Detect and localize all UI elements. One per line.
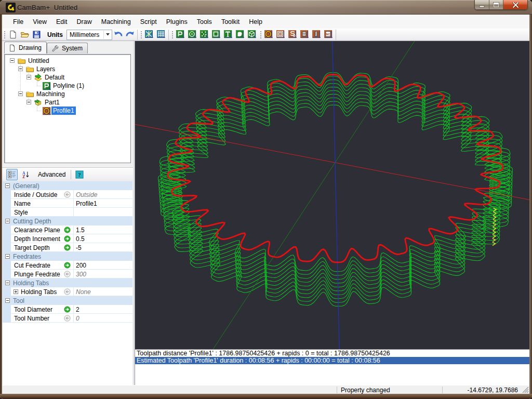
- value-set-icon[interactable]: [64, 235, 71, 242]
- log-line-2[interactable]: Estimated Toolpath 'Profile1' duration :…: [135, 357, 529, 364]
- show-axes-icon[interactable]: [144, 30, 154, 39]
- menu-edit[interactable]: Edit: [51, 16, 72, 28]
- drill-mop-icon[interactable]: [300, 30, 310, 39]
- value-set-icon[interactable]: [64, 262, 71, 269]
- pocket-mop-icon[interactable]: [276, 30, 286, 39]
- show-grid-icon[interactable]: [156, 30, 166, 39]
- prop-row-style[interactable]: Style: [3, 208, 132, 217]
- profile-mop-icon[interactable]: [264, 30, 274, 39]
- units-dropdown-arrow[interactable]: [103, 31, 111, 39]
- tree-expander[interactable]: [18, 91, 23, 96]
- redo-icon[interactable]: [124, 29, 136, 41]
- menu-view[interactable]: View: [28, 16, 51, 28]
- prop-category-cutting-depth[interactable]: Cutting Depth: [3, 217, 132, 225]
- menu-tools[interactable]: Tools: [192, 16, 217, 28]
- tree-item-label[interactable]: Part1: [43, 98, 61, 107]
- draw-polyline-icon[interactable]: [176, 30, 185, 39]
- open-file-icon[interactable]: [19, 29, 31, 41]
- close-button[interactable]: [503, 0, 527, 9]
- prop-value[interactable]: 0: [76, 315, 79, 322]
- menu-script[interactable]: Script: [136, 16, 162, 28]
- gcode-icon[interactable]: NC: [324, 30, 334, 39]
- tree-expander[interactable]: [10, 58, 15, 63]
- tab-system[interactable]: System: [47, 43, 88, 54]
- prop-row-tool-number[interactable]: Tool Number 0: [3, 314, 132, 323]
- prop-row-depth-increment[interactable]: Depth Increment 0.5: [3, 234, 132, 243]
- tree-item-label[interactable]: Layers: [35, 65, 57, 73]
- draw-text-icon[interactable]: [223, 30, 233, 39]
- menu-plugins[interactable]: Plugins: [162, 16, 192, 28]
- help-icon[interactable]: ?: [75, 170, 84, 179]
- tree-expander[interactable]: [26, 100, 31, 104]
- prop-value[interactable]: Outside: [76, 191, 97, 198]
- title-bar[interactable]: [0, 0, 532, 15]
- engrave-mop-icon[interactable]: [288, 30, 298, 39]
- prop-value[interactable]: 300: [76, 271, 86, 278]
- category-expander[interactable]: [5, 219, 10, 223]
- tree-item-label[interactable]: Machining: [35, 90, 66, 98]
- prop-row-clearance-plane[interactable]: Clearance Plane 1.5: [3, 225, 132, 234]
- units-combobox[interactable]: Millimeters: [66, 30, 112, 40]
- prop-row-inside-outside[interactable]: Inside / Outside Outside: [3, 190, 132, 199]
- resize-grip[interactable]: [522, 387, 529, 393]
- menu-draw[interactable]: Draw: [72, 16, 97, 28]
- toolbar-grip[interactable]: [171, 31, 174, 39]
- undo-icon[interactable]: [112, 29, 124, 41]
- draw-region-icon[interactable]: [235, 30, 245, 39]
- prop-row-name[interactable]: Name Profile1: [3, 199, 132, 208]
- tree-item-label[interactable]: Polyline (1): [51, 82, 86, 90]
- value-set-icon[interactable]: [64, 244, 71, 251]
- prop-value[interactable]: Profile1: [76, 200, 97, 207]
- menu-machining[interactable]: Machining: [97, 16, 136, 28]
- minimize-button[interactable]: [475, 0, 489, 9]
- prop-row-tool-diameter[interactable]: Tool Diameter 2: [3, 305, 132, 314]
- value-default-icon[interactable]: [64, 288, 71, 295]
- toolbar-grip[interactable]: [3, 31, 6, 39]
- save-file-icon[interactable]: [31, 29, 43, 41]
- prop-value[interactable]: None: [76, 288, 91, 296]
- prop-row-cut-feedrate[interactable]: Cut Feedrate 200: [3, 261, 132, 270]
- prop-value[interactable]: 0.5: [76, 235, 85, 243]
- tab-drawing[interactable]: Drawing: [4, 42, 47, 54]
- profile3d-mop-icon[interactable]: [312, 30, 322, 39]
- tree-expander[interactable]: [26, 75, 31, 79]
- prop-category-tool[interactable]: Tool: [3, 296, 132, 305]
- category-expander[interactable]: [5, 183, 10, 188]
- menu-help[interactable]: Help: [244, 16, 267, 28]
- advanced-button[interactable]: Advanced: [38, 171, 65, 178]
- categorized-icon[interactable]: [6, 169, 18, 180]
- prop-category-holding-tabs[interactable]: Holding Tabs: [3, 278, 132, 287]
- draw-points-icon[interactable]: [200, 30, 209, 39]
- prop-value[interactable]: 1.5: [76, 227, 85, 234]
- value-default-icon[interactable]: [64, 315, 71, 322]
- category-expander[interactable]: [5, 281, 10, 285]
- prop-category--general-[interactable]: (General): [3, 181, 132, 190]
- draw-circle-icon[interactable]: [188, 30, 197, 39]
- tree-item-label[interactable]: Untitled: [26, 57, 51, 65]
- alphabetical-sort-icon[interactable]: AZ: [22, 170, 30, 179]
- tree-expander[interactable]: [18, 66, 23, 71]
- value-set-icon[interactable]: [64, 227, 71, 233]
- maximize-button[interactable]: [489, 0, 503, 9]
- prop-row-target-depth[interactable]: Target Depth -5: [3, 243, 132, 252]
- tree-item-label[interactable]: Default: [43, 73, 66, 82]
- prop-value[interactable]: 2: [76, 306, 79, 313]
- toolbar-grip[interactable]: [140, 31, 143, 39]
- value-default-icon[interactable]: [64, 271, 71, 277]
- prop-value[interactable]: -5: [76, 244, 82, 251]
- value-set-icon[interactable]: [64, 306, 71, 313]
- row-expander[interactable]: [14, 289, 18, 294]
- prop-category-feedrates[interactable]: Feedrates: [3, 252, 132, 261]
- draw-surface-icon[interactable]: [247, 30, 257, 39]
- new-file-icon[interactable]: [7, 29, 19, 41]
- toolbar-grip[interactable]: [259, 31, 262, 39]
- prop-value[interactable]: 200: [76, 262, 86, 269]
- value-default-icon[interactable]: [64, 191, 71, 198]
- viewport-3d[interactable]: [135, 41, 529, 349]
- menu-toolkit[interactable]: Toolkit: [217, 16, 244, 28]
- category-expander[interactable]: [5, 254, 10, 259]
- category-expander[interactable]: [5, 298, 10, 303]
- prop-row-holding-tabs[interactable]: Holding Tabs None: [3, 287, 132, 296]
- menu-file[interactable]: File: [8, 16, 28, 28]
- tree-item-label[interactable]: Profile1: [51, 107, 76, 115]
